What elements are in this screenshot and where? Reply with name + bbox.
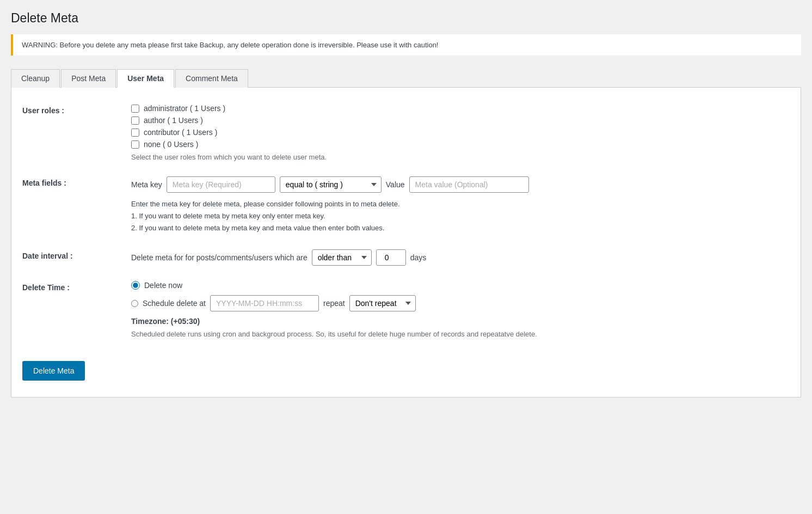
datetime-input[interactable] <box>210 295 319 311</box>
date-interval-controls: Delete meta for for posts/comments/users… <box>131 249 790 266</box>
role-contributor-item[interactable]: contributor ( 1 Users ) <box>131 128 790 137</box>
user-roles-checkboxes: administrator ( 1 Users ) author ( 1 Use… <box>131 104 790 149</box>
meta-instructions: Enter the meta key for delete meta, plea… <box>131 198 790 234</box>
user-roles-label: User roles : <box>22 104 131 115</box>
value-label: Value <box>386 180 405 189</box>
repeat-label: repeat <box>323 299 345 308</box>
tab-post-meta[interactable]: Post Meta <box>61 69 116 88</box>
schedule-label: Schedule delete at <box>143 299 206 308</box>
tab-bar: Cleanup Post Meta User Meta Comment Meta <box>11 69 801 88</box>
page-title: Delete Meta <box>11 11 801 26</box>
role-contributor-checkbox[interactable] <box>131 128 139 137</box>
delete-time-row: Delete Time : Delete now Schedule delete… <box>22 281 790 340</box>
role-none-item[interactable]: none ( 0 Users ) <box>131 140 790 149</box>
role-contributor-label: contributor ( 1 Users ) <box>144 128 217 137</box>
meta-condition-select[interactable]: equal to ( string ) not equal to ( strin… <box>280 176 382 193</box>
delete-now-item[interactable]: Delete now <box>131 281 790 290</box>
date-interval-field: Delete meta for for posts/comments/users… <box>131 249 790 266</box>
role-author-item[interactable]: author ( 1 Users ) <box>131 116 790 125</box>
delete-time-radios: Delete now Schedule delete at repeat Don… <box>131 281 790 311</box>
role-admin-label: administrator ( 1 Users ) <box>144 104 225 113</box>
meta-instruction-0: Enter the meta key for delete meta, plea… <box>131 198 790 210</box>
delete-time-field: Delete now Schedule delete at repeat Don… <box>131 281 790 340</box>
meta-key-input[interactable] <box>167 176 275 193</box>
delete-now-radio[interactable] <box>131 281 140 290</box>
date-interval-label: Date interval : <box>22 249 131 260</box>
date-interval-row: Date interval : Delete meta for for post… <box>22 249 790 266</box>
delete-meta-button[interactable]: Delete Meta <box>22 361 85 381</box>
schedule-radio[interactable] <box>131 300 138 307</box>
role-none-checkbox[interactable] <box>131 140 139 149</box>
role-author-checkbox[interactable] <box>131 117 139 125</box>
user-roles-help: Select the user roles from which you wan… <box>131 153 790 161</box>
warning-text: WARNING: Before you delete any meta plea… <box>22 41 438 49</box>
meta-instruction-1: 1. If you want to delete meta by meta ke… <box>131 210 790 222</box>
meta-fields-label: Meta fields : <box>22 176 131 187</box>
days-input[interactable] <box>376 249 406 266</box>
schedule-row: Schedule delete at repeat Don't repeat E… <box>131 295 790 311</box>
user-roles-field: administrator ( 1 Users ) author ( 1 Use… <box>131 104 790 161</box>
tab-user-meta[interactable]: User Meta <box>117 69 174 88</box>
role-none-label: none ( 0 Users ) <box>144 140 198 149</box>
schedule-info: Scheduled delete runs using cron and bac… <box>131 329 790 340</box>
timezone-text: Timezone: (+05:30) <box>131 317 790 326</box>
role-admin-checkbox[interactable] <box>131 105 139 113</box>
date-interval-select[interactable]: older than newer than <box>312 249 372 266</box>
meta-instruction-2: 2. If you want to delete meta by meta ke… <box>131 222 790 234</box>
repeat-select[interactable]: Don't repeat Every minute Hourly Twice d… <box>349 295 416 311</box>
meta-value-input[interactable] <box>409 176 529 193</box>
role-author-label: author ( 1 Users ) <box>144 116 203 125</box>
meta-fields-inputs: Meta key equal to ( string ) not equal t… <box>131 176 790 193</box>
meta-fields-row: Meta fields : Meta key equal to ( string… <box>22 176 790 234</box>
delete-time-label: Delete Time : <box>22 281 131 292</box>
user-roles-row: User roles : administrator ( 1 Users ) a… <box>22 104 790 161</box>
content-area: User roles : administrator ( 1 Users ) a… <box>11 88 801 397</box>
tab-cleanup[interactable]: Cleanup <box>11 69 60 88</box>
meta-fields-field: Meta key equal to ( string ) not equal t… <box>131 176 790 234</box>
tab-comment-meta[interactable]: Comment Meta <box>175 69 248 88</box>
days-suffix: days <box>410 253 427 262</box>
delete-now-label: Delete now <box>144 281 182 290</box>
role-admin-item[interactable]: administrator ( 1 Users ) <box>131 104 790 113</box>
date-interval-prefix: Delete meta for for posts/comments/users… <box>131 253 307 262</box>
warning-banner: WARNING: Before you delete any meta plea… <box>11 34 801 56</box>
meta-key-label: Meta key <box>131 180 162 189</box>
